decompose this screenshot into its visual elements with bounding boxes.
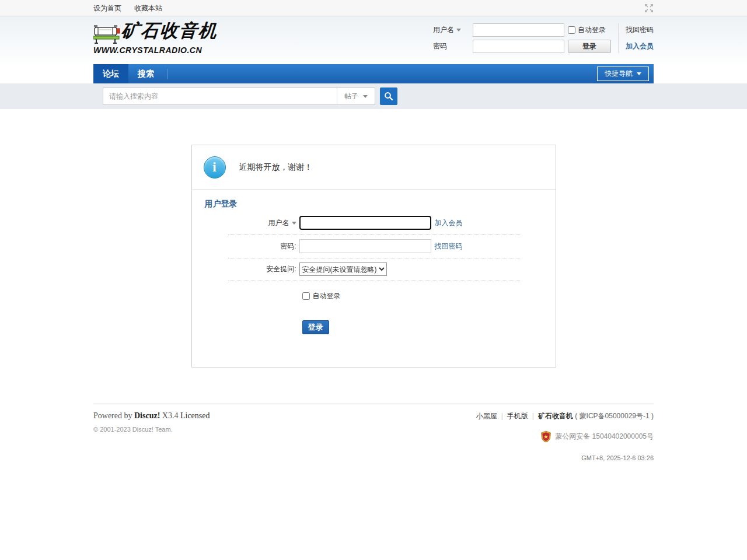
caret-down-icon <box>456 29 461 32</box>
header-register-link[interactable]: 加入会员 <box>626 41 654 51</box>
notice-message: 近期将开放，谢谢！ <box>239 162 313 173</box>
security-question-label: 安全提问: <box>228 264 299 274</box>
notice-row: i 近期将开放，谢谢！ <box>192 145 556 190</box>
magnifier-icon <box>384 92 393 101</box>
security-question-row: 安全提问: 安全提问(未设置请忽略) <box>228 258 520 281</box>
username-input[interactable] <box>299 216 431 230</box>
info-icon: i <box>204 156 226 178</box>
header-autologin-checkbox[interactable] <box>568 26 575 34</box>
password-label: 密码: <box>228 242 299 251</box>
nav-item-forum[interactable]: 论坛 <box>93 64 128 83</box>
nav-item-search[interactable]: 搜索 <box>128 64 163 83</box>
submit-row: 登录 <box>228 307 520 339</box>
header-lost-password-link[interactable]: 找回密码 <box>626 25 654 35</box>
caret-down-icon <box>292 222 296 225</box>
header-login-panel: 用户名 密码 自动登录 <box>433 16 654 64</box>
divider <box>192 190 556 190</box>
username-label[interactable]: 用户名 <box>228 218 299 228</box>
search-input[interactable] <box>103 88 337 104</box>
site-logo[interactable]: 矿石收音机 WWW.CRYSTALRADIO.CN <box>93 16 218 64</box>
footer-site-name-link[interactable]: 矿石收音机 <box>538 412 573 420</box>
lost-password-link[interactable]: 找回密码 <box>435 242 463 251</box>
search-scope-dropdown[interactable]: 帖子 <box>337 88 375 104</box>
caret-down-icon <box>363 95 368 98</box>
copyright: © 2001-2023 Discuz! Team. <box>93 426 210 433</box>
beian-number: 蒙公网安备 15040402000005号 <box>555 432 654 442</box>
powered-by: Powered by Discuz! X3.4 Licensed <box>93 411 210 421</box>
password-row: 密码: 找回密码 <box>228 235 520 258</box>
username-row: 用户名 加入会员 <box>228 212 520 235</box>
nav-divider <box>167 69 167 79</box>
mobile-link[interactable]: 手机版 <box>507 412 528 420</box>
login-form-title: 用户登录 <box>205 199 556 209</box>
timezone-timestamp: GMT+8, 2025-12-6 03:26 <box>476 454 654 461</box>
header: 矿石收音机 WWW.CRYSTALRADIO.CN 用户名 密码 <box>0 16 747 64</box>
divider: | <box>501 412 503 420</box>
header-username-input[interactable] <box>473 23 564 37</box>
caret-down-icon <box>637 72 641 75</box>
darkroom-link[interactable]: 小黑屋 <box>476 412 497 420</box>
login-panel: i 近期将开放，谢谢！ 用户登录 用户名 加入会员 密码: 找回密码 安全提问: <box>191 145 556 368</box>
site-url: WWW.CRYSTALRADIO.CN <box>93 46 218 55</box>
crystal-radio-icon <box>93 21 120 44</box>
header-autologin-checkbox-label[interactable]: 自动登录 <box>568 25 606 35</box>
police-badge-icon <box>540 430 551 443</box>
autologin-checkbox[interactable] <box>302 292 310 300</box>
autologin-checkbox-label[interactable]: 自动登录 <box>302 285 341 302</box>
header-password-label: 密码 <box>433 41 469 51</box>
security-question-select[interactable]: 安全提问(未设置请忽略) <box>299 262 387 276</box>
licensed-link[interactable]: Licensed <box>180 411 210 420</box>
search-button[interactable] <box>380 88 397 105</box>
footer-links: 小黑屋|手机版|矿石收音机 ( 蒙ICP备05000029号-1 ) <box>476 411 654 421</box>
search-box: 帖子 <box>103 88 375 105</box>
password-input[interactable] <box>299 239 431 253</box>
login-form: 用户名 加入会员 密码: 找回密码 安全提问: 安全提问(未设置请忽略) <box>192 212 556 367</box>
search-strip: 帖子 <box>0 83 747 109</box>
header-login-button[interactable]: 登录 <box>568 40 611 53</box>
topbar: 设为首页 收藏本站 <box>0 0 747 16</box>
autologin-row: 自动登录 <box>228 281 520 307</box>
site-title: 矿石收音机 <box>121 21 218 41</box>
discuz-brand[interactable]: Discuz! <box>134 411 160 420</box>
header-password-input[interactable] <box>473 40 564 53</box>
header-username-label[interactable]: 用户名 <box>433 25 469 35</box>
public-security-beian[interactable]: 蒙公网安备 15040402000005号 <box>476 430 654 443</box>
register-link[interactable]: 加入会员 <box>435 218 463 228</box>
fullscreen-icon[interactable] <box>644 4 654 13</box>
quick-nav-button[interactable]: 快捷导航 <box>597 66 649 81</box>
icp-number: ( 蒙ICP备05000029号-1 ) <box>575 412 654 420</box>
footer: Powered by Discuz! X3.4 Licensed © 2001-… <box>0 404 747 461</box>
divider: | <box>532 412 534 420</box>
main-nav: 论坛 搜索 快捷导航 <box>0 64 747 83</box>
login-submit-button[interactable]: 登录 <box>302 320 329 334</box>
set-home-link[interactable]: 设为首页 <box>93 4 121 13</box>
bookmark-link[interactable]: 收藏本站 <box>134 4 162 13</box>
